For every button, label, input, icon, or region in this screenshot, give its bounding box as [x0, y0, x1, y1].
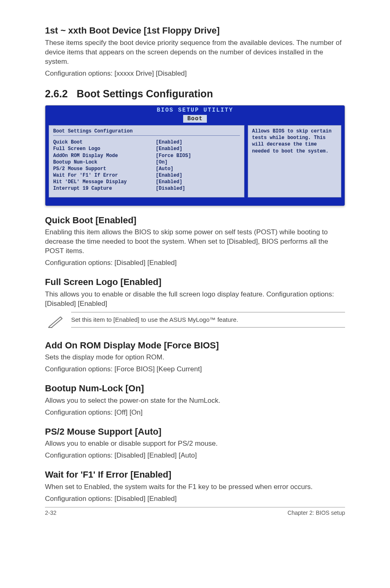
heading-full-screen-logo: Full Screen Logo [Enabled] — [45, 276, 345, 288]
bios-row: Interrupt 19 Capture[Disabled] — [53, 185, 240, 192]
bios-left-panel: Boot Settings Configuration Quick Boot[E… — [49, 125, 244, 197]
bios-row: PS/2 Mouse Support[Auto] — [53, 166, 240, 172]
bios-row: AddOn ROM Display Mode[Force BIOS] — [53, 153, 240, 159]
paragraph: This allows you to enable or disable the… — [45, 290, 345, 309]
paragraph: Sets the display mode for option ROM. — [45, 353, 345, 362]
bios-tab-boot: Boot — [183, 115, 207, 123]
paragraph: Enabling this item allows the BIOS to sk… — [45, 228, 345, 256]
heading-wait-f1: Wait for 'F1' If Error [Enabled] — [45, 469, 345, 481]
note-text: Set this item to [Enabled] to use the AS… — [71, 312, 345, 328]
paragraph: Configuration options: [Off] [On] — [45, 408, 345, 417]
chapter-label: Chapter 2: BIOS setup — [287, 509, 345, 517]
bios-row: Full Screen Logo[Enabled] — [53, 146, 240, 152]
paragraph: Configuration options: [Disabled] [Enabl… — [45, 451, 345, 460]
paragraph: Allows you to select the power-on state … — [45, 396, 345, 406]
bios-header: BIOS SETUP UTILITY Boot — [45, 105, 345, 123]
heading-bootup-numlock: Bootup Num-Lock [On] — [45, 382, 345, 395]
page-footer: 2-32 Chapter 2: BIOS setup — [45, 507, 345, 517]
page-number: 2-32 — [45, 509, 56, 517]
bios-help-text: Allows BIOS to skip certain tests while … — [252, 128, 337, 155]
heading-boot-settings-config: 2.6.2Boot Settings Configuration — [45, 87, 345, 101]
bios-utility-title: BIOS SETUP UTILITY — [45, 106, 345, 114]
paragraph: Configuration options: [xxxxx Drive] [Di… — [45, 69, 345, 79]
heading-ps2-mouse: PS/2 Mouse Support [Auto] — [45, 426, 345, 438]
bios-row: Wait For 'F1' If Error[Enabled] — [53, 172, 240, 179]
paragraph: When set to Enabled, the system waits fo… — [45, 483, 345, 492]
heading-addon-rom: Add On ROM Display Mode [Force BIOS] — [45, 339, 345, 352]
paragraph: Configuration options: [Disabled] [Enabl… — [45, 494, 345, 504]
bios-row: Quick Boot[Enabled] — [53, 139, 240, 146]
bios-screenshot: BIOS SETUP UTILITY Boot Boot Settings Co… — [45, 105, 345, 206]
note-block: Set this item to [Enabled] to use the AS… — [45, 312, 345, 331]
paragraph: Configuration options: [Disabled] [Enabl… — [45, 258, 345, 268]
paragraph: Allows you to enable or disable support … — [45, 439, 345, 449]
section-number: 2.6.2 — [45, 87, 68, 101]
heading-1st-boot-device: 1st ~ xxth Boot Device [1st Floppy Drive… — [45, 25, 345, 37]
bios-right-panel: Allows BIOS to skip certain tests while … — [248, 125, 342, 197]
paragraph: These items specify the boot device prio… — [45, 38, 345, 67]
bios-row: Hit 'DEL' Message Display[Enabled] — [53, 179, 240, 185]
section-title: Boot Settings Configuration — [77, 88, 213, 99]
bios-panel-title: Boot Settings Configuration — [53, 128, 240, 136]
pencil-note-icon — [47, 312, 65, 331]
paragraph: Configuration options: [Force BIOS] [Kee… — [45, 365, 345, 374]
bios-row: Bootup Num-Lock[On] — [53, 159, 240, 166]
heading-quick-boot: Quick Boot [Enabled] — [45, 214, 345, 227]
